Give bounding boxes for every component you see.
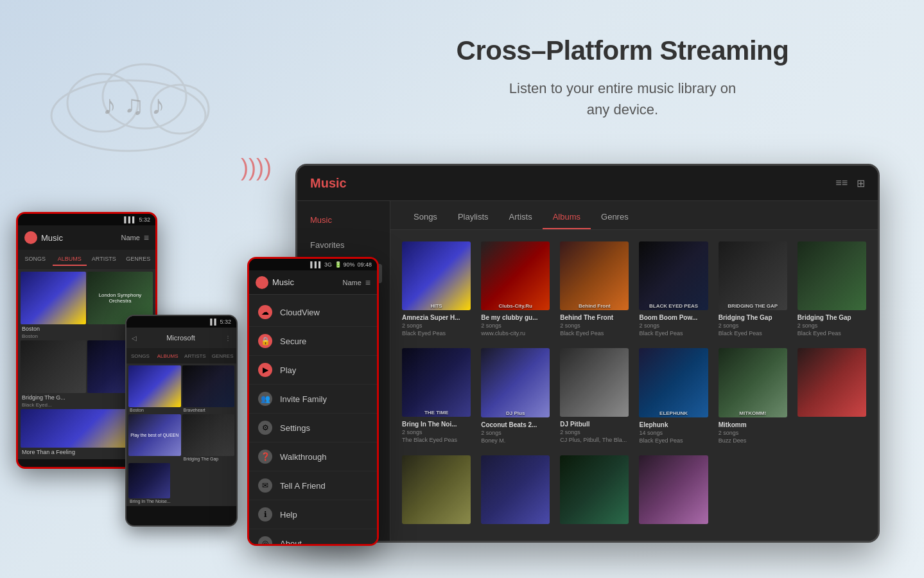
small-phone-header: ◁ Microsoft ⋮ bbox=[126, 328, 236, 348]
more-icon[interactable]: ⋮ bbox=[225, 335, 231, 342]
album-art: Behind Front bbox=[560, 241, 629, 310]
album-card[interactable]: HITS Amnezia Super H... 2 songs Black Ey… bbox=[397, 236, 476, 343]
album-title: Bridging The Gap bbox=[798, 314, 866, 321]
phone-tabs: SONGS ALBUMS ARTISTS GENRES bbox=[18, 250, 155, 269]
back-icon[interactable]: ◁ bbox=[132, 335, 137, 342]
phone-menu-items: ☁ CloudView 🔒 Secure ▶ Play 👥 Invite Fam… bbox=[249, 295, 377, 546]
album-title: DJ Pitbull bbox=[560, 421, 629, 428]
album-art bbox=[402, 455, 471, 524]
menu-item-tell-a-friend[interactable]: ✉ Tell A Friend bbox=[249, 471, 377, 500]
album-art: DJ Plus bbox=[481, 348, 550, 417]
phone-menu-header: Music Name ≡ bbox=[249, 270, 377, 295]
menu-item-about[interactable]: ◎ About bbox=[249, 529, 377, 546]
tab-songs[interactable]: Songs bbox=[403, 206, 448, 229]
sidebar-item-music[interactable]: Music bbox=[297, 207, 390, 232]
album-art bbox=[481, 455, 550, 524]
phone-album-item[interactable]: Boston Boston bbox=[21, 272, 86, 339]
menu-label-secure: Secure bbox=[280, 337, 306, 346]
menu-item-walkthrough[interactable]: ❓ Walkthrough bbox=[249, 442, 377, 471]
small-album[interactable]: Boston bbox=[128, 365, 181, 413]
album-title: Elephunk bbox=[639, 421, 708, 428]
app-logo bbox=[24, 231, 37, 244]
small-album[interactable]: Bring In The Noise... bbox=[128, 463, 234, 504]
album-card[interactable]: DJ Pitbull 2 songs CJ Plus, Pitbull, The… bbox=[555, 343, 634, 450]
tab-albums[interactable]: Albums bbox=[543, 206, 591, 229]
album-art: Clubs-City.Ru bbox=[481, 241, 550, 310]
time-display: 09:48 bbox=[357, 261, 372, 268]
small-album[interactable]: Play the best of QUEEN bbox=[128, 414, 181, 462]
small-tab-albums[interactable]: ALBUMS bbox=[154, 353, 182, 359]
album-card[interactable]: Bridging The Gap 2 songs Black Eyed Peas bbox=[792, 236, 871, 343]
menu-item-cloudview[interactable]: ☁ CloudView bbox=[249, 298, 377, 327]
about-icon: ◎ bbox=[258, 536, 272, 546]
small-tab-songs[interactable]: SONGS bbox=[126, 353, 154, 359]
album-card[interactable]: BRIDGING THE GAP Bridging The Gap 2 song… bbox=[713, 236, 792, 343]
menu-item-play[interactable]: ▶ Play bbox=[249, 356, 377, 385]
album-artist: CJ Plus, Pitbull, The Bla... bbox=[560, 437, 629, 443]
small-album[interactable]: Braveheart bbox=[182, 365, 235, 413]
phone-tab-songs[interactable]: SONGS bbox=[18, 253, 53, 266]
help-icon: ℹ bbox=[258, 507, 272, 521]
album-artist: Boney M. bbox=[481, 437, 550, 444]
signal-icon: ▌▌▌ bbox=[124, 216, 136, 223]
tablet-tabs: Songs Playlists Artists Albums Genres bbox=[390, 201, 878, 230]
album-title: Coconut Beats 2... bbox=[481, 421, 550, 428]
hero-section: Cross–Platform Streaming Listen to your … bbox=[372, 35, 873, 120]
hero-subtitle: Listen to your entire music library onan… bbox=[372, 78, 873, 120]
album-art: BLACK EYED PEAS bbox=[639, 241, 708, 310]
art-overlay-label: ELEPHUNK bbox=[640, 410, 706, 416]
menu-hamburger-icon[interactable]: ≡ bbox=[365, 277, 370, 288]
cloudview-icon: ☁ bbox=[258, 305, 272, 319]
album-card[interactable] bbox=[476, 450, 555, 534]
menu-item-settings[interactable]: ⚙ Settings bbox=[249, 414, 377, 442]
small-tab-genres[interactable]: GENRES bbox=[209, 353, 236, 359]
album-artist: Buzz Dees bbox=[719, 437, 787, 444]
album-title: Mitkomm bbox=[719, 421, 787, 428]
album-card[interactable]: Behind Front Behind The Front 2 songs Bl… bbox=[555, 236, 634, 343]
phone-menu-name-label: Name bbox=[342, 279, 361, 286]
menu-item-help[interactable]: ℹ Help bbox=[249, 500, 377, 529]
menu-icon[interactable]: ≡ bbox=[144, 232, 149, 243]
album-card[interactable]: DJ Plus Coconut Beats 2... 2 songs Boney… bbox=[476, 343, 555, 450]
album-card[interactable]: ELEPHUNK Elephunk 14 songs Black Eyed Pe… bbox=[634, 343, 713, 450]
tab-artists[interactable]: Artists bbox=[499, 206, 543, 229]
album-card[interactable]: THE TIME Bring In The Noi... 2 songs The… bbox=[397, 343, 476, 450]
tab-genres[interactable]: Genres bbox=[591, 206, 639, 229]
phone-tab-artists[interactable]: ARTISTS bbox=[87, 253, 121, 266]
album-title: Boom Boom Pow... bbox=[639, 314, 708, 321]
album-card[interactable]: MITKOMM! Mitkomm 2 songs Buzz Dees bbox=[713, 343, 792, 450]
menu-label-help: Help bbox=[280, 510, 297, 520]
album-art: ELEPHUNK bbox=[639, 348, 708, 417]
menu-label-play: Play bbox=[280, 365, 296, 375]
grid-view-icon[interactable]: ⊞ bbox=[857, 177, 865, 189]
phone-tab-genres[interactable]: GENRES bbox=[121, 253, 156, 266]
phone-tab-albums[interactable]: ALBUMS bbox=[53, 253, 87, 266]
tab-playlists[interactable]: Playlists bbox=[448, 206, 499, 229]
album-art bbox=[798, 241, 866, 310]
album-card[interactable]: Clubs-City.Ru Be my clubby gu... 2 songs… bbox=[476, 236, 555, 343]
play-icon: ▶ bbox=[258, 363, 272, 377]
small-tab-artists[interactable]: ARTISTS bbox=[182, 353, 209, 359]
menu-label-invite-family: Invite Family bbox=[280, 394, 327, 404]
small-phone-tabs: SONGS ALBUMS ARTISTS GENRES bbox=[126, 348, 236, 363]
list-view-icon[interactable]: ≡≡ bbox=[835, 177, 848, 189]
sidebar-item-favorites[interactable]: Favorites bbox=[297, 232, 390, 258]
signal-icon: ▌▌▌ 3G bbox=[310, 261, 332, 268]
album-card[interactable] bbox=[555, 450, 634, 534]
album-art: BRIDGING THE GAP bbox=[719, 241, 787, 310]
tell-friend-icon: ✉ bbox=[258, 478, 272, 493]
album-card[interactable] bbox=[634, 450, 713, 534]
phone-album-label: Boston bbox=[21, 324, 86, 333]
art-overlay-label: THE TIME bbox=[403, 410, 469, 416]
menu-item-invite-family[interactable]: 👥 Invite Family bbox=[249, 385, 377, 414]
tablet-app-title: Music bbox=[310, 176, 835, 191]
album-card[interactable] bbox=[792, 343, 871, 450]
small-album[interactable]: Bridging The Gap bbox=[182, 414, 235, 462]
battery-icon: 🔋 90% bbox=[335, 261, 355, 268]
album-card[interactable] bbox=[397, 450, 476, 534]
phone-album-item[interactable]: Bridging The G... Black Eyed... bbox=[21, 340, 86, 408]
secure-icon: 🔒 bbox=[258, 334, 272, 348]
album-songs: 2 songs bbox=[719, 430, 787, 436]
menu-item-secure[interactable]: 🔒 Secure bbox=[249, 327, 377, 356]
album-card[interactable]: BLACK EYED PEAS Boom Boom Pow... 2 songs… bbox=[634, 236, 713, 343]
